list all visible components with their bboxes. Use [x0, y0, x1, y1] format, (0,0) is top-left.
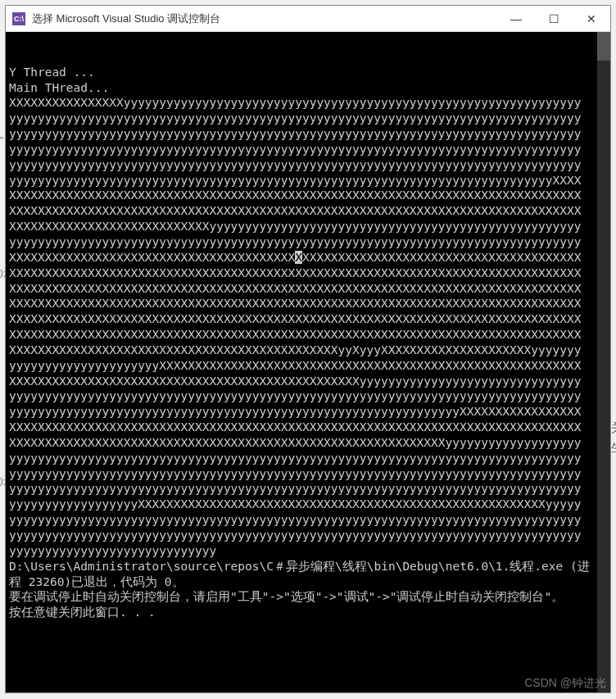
- app-icon: C:\: [12, 12, 25, 25]
- side-text: 关生: [611, 418, 616, 457]
- console-line: XXXXXXXXXXXXXXXXXXXXXXXXXXXXXXXXXXXXXXXX…: [9, 266, 592, 281]
- console-line: XXXXXXXXXXXXXXXXXXXXXXXXXXXXXXXXXXXXXXXX…: [9, 420, 592, 435]
- console-line: yyyyyyyyyyyyyyyyyyyyyyyyyyyyyyyyyyyyyyyy…: [9, 512, 592, 528]
- window-title: 选择 Microsoft Visual Studio 调试控制台: [32, 11, 497, 26]
- watermark: CSDN @钟进光: [524, 676, 606, 691]
- console-line: XXXXXXXXXXXXXXXXXXXXXXXXXXXXXXXXXXXXXXXX…: [9, 250, 592, 266]
- console-line: XXXXXXXXXXXXXXXXXXXXXXXXXXXXyyyyyyyyyyyy…: [9, 219, 592, 234]
- console-line: 按任意键关闭此窗口. . .: [9, 605, 592, 620]
- console-line: yyyyyyyyyyyyyyyyyyyyyyyyyyyyy: [9, 543, 592, 559]
- console-line: XXXXXXXXXXXXXXXXXXXXXXXXXXXXXXXXXXXXXXXX…: [9, 281, 592, 297]
- console-line: yyyyyyyyyyyyyyyyyyyyyyyyyyyyyyyyyyyyyyyy…: [9, 173, 592, 188]
- console-line: Main THread...: [9, 80, 592, 96]
- console-line: yyyyyyyyyyyyyyyyyyyyyyyyyyyyyyyyyyyyyyyy…: [9, 126, 592, 142]
- text-cursor: X: [295, 251, 302, 264]
- console-line: yyyyyyyyyyyyyyyyyyyyyyyyyyyyyyyyyyyyyyyy…: [9, 142, 592, 157]
- minimize-button[interactable]: —: [497, 6, 535, 31]
- console-line: XXXXXXXXXXXXXXXXyyyyyyyyyyyyyyyyyyyyyyyy…: [9, 95, 592, 111]
- console-line: yyyyyyyyyyyyyyyyyyyyyyyyyyyyyyyyyyyyyyyy…: [9, 481, 592, 497]
- console-line: D:\Users\Administrator\source\repos\C＃异步…: [9, 559, 592, 590]
- console-line: yyyyyyyyyyyyyyyyyyyyyyyyyyyyyyyyyyyyyyyy…: [9, 111, 592, 126]
- console-line: XXXXXXXXXXXXXXXXXXXXXXXXXXXXXXXXXXXXXXXX…: [9, 296, 592, 311]
- console-line: XXXXXXXXXXXXXXXXXXXXXXXXXXXXXXXXXXXXXXXX…: [9, 203, 592, 219]
- close-button[interactable]: ✕: [573, 6, 610, 31]
- console-line: XXXXXXXXXXXXXXXXXXXXXXXXXXXXXXXXXXXXXXXX…: [9, 311, 592, 327]
- console-line: Y Thread ...: [9, 65, 592, 80]
- console-line: 要在调试停止时自动关闭控制台，请启用"工具"->"选项"->"调试"->"调试停…: [9, 589, 592, 605]
- console-line: yyyyyyyyyyyyyyyyyyyyyyyyyyyyyyyyyyyyyyyy…: [9, 388, 592, 404]
- console-line: yyyyyyyyyyyyyyyyyyyyyyyyyyyyyyyyyyyyyyyy…: [9, 451, 592, 466]
- console-line: XXXXXXXXXXXXXXXXXXXXXXXXXXXXXXXXXXXXXXXX…: [9, 327, 592, 343]
- titlebar[interactable]: C:\ 选择 Microsoft Visual Studio 调试控制台 — ☐…: [6, 6, 610, 32]
- scrollbar-track[interactable]: [597, 32, 610, 692]
- console-line: yyyyyyyyyyyyyyyyyyyyyyyyyyyyyyyyyyyyyyyy…: [9, 157, 592, 173]
- console-window: C:\ 选择 Microsoft Visual Studio 调试控制台 — ☐…: [5, 5, 611, 693]
- console-output[interactable]: Y Thread ...Main THread...XXXXXXXXXXXXXX…: [6, 32, 610, 692]
- maximize-button[interactable]: ☐: [535, 6, 573, 31]
- console-line: XXXXXXXXXXXXXXXXXXXXXXXXXXXXXXXXXXXXXXXX…: [9, 374, 592, 389]
- console-line: yyyyyyyyyyyyyyyyyyyyyyyyyyyyyyyyyyyyyyyy…: [9, 528, 592, 543]
- console-line: yyyyyyyyyyyyyyyyyyyyyXXXXXXXXXXXXXXXXXXX…: [9, 358, 592, 374]
- console-line: yyyyyyyyyyyyyyyyyyyyyyyyyyyyyyyyyyyyyyyy…: [9, 234, 592, 250]
- console-line: yyyyyyyyyyyyyyyyyyyyyyyyyyyyyyyyyyyyyyyy…: [9, 404, 592, 420]
- console-line: yyyyyyyyyyyyyyyyyyyyyyyyyyyyyyyyyyyyyyyy…: [9, 466, 592, 482]
- window-controls: — ☐ ✕: [497, 6, 610, 31]
- console-line: XXXXXXXXXXXXXXXXXXXXXXXXXXXXXXXXXXXXXXXX…: [9, 343, 592, 358]
- console-line: yyyyyyyyyyyyyyyyyyXXXXXXXXXXXXXXXXXXXXXX…: [9, 497, 592, 512]
- console-line: XXXXXXXXXXXXXXXXXXXXXXXXXXXXXXXXXXXXXXXX…: [9, 435, 592, 451]
- console-line: XXXXXXXXXXXXXXXXXXXXXXXXXXXXXXXXXXXXXXXX…: [9, 188, 592, 203]
- scrollbar-thumb[interactable]: [597, 32, 610, 61]
